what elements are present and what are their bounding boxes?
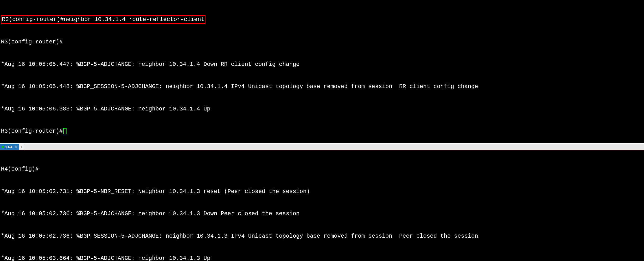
tab-bar-spacer bbox=[24, 144, 644, 150]
tab-bar: 1 R4 ✕ + bbox=[0, 144, 644, 150]
terminal-line: *Aug 16 10:05:05.448: %BGP_SESSION-5-ADJ… bbox=[1, 83, 643, 90]
terminal-pane-r3[interactable]: R3(config-router)#neighbor 10.34.1.4 rou… bbox=[0, 0, 644, 143]
terminal-line: *Aug 16 10:05:02.736: %BGP-5-ADJCHANGE: … bbox=[1, 210, 643, 217]
highlighted-command: R3(config-router)#neighbor 10.34.1.4 rou… bbox=[1, 15, 206, 24]
terminal-line: *Aug 16 10:05:05.447: %BGP-5-ADJCHANGE: … bbox=[1, 61, 643, 68]
terminal-line: *Aug 16 10:05:02.736: %BGP_SESSION-5-ADJ… bbox=[1, 232, 643, 240]
terminal-line: *Aug 16 10:05:03.664: %BGP-5-ADJCHANGE: … bbox=[1, 254, 643, 261]
cursor-icon bbox=[63, 128, 66, 134]
terminal-prompt[interactable]: R3(config-router)# bbox=[1, 127, 643, 135]
tab-r4[interactable]: 1 R4 ✕ bbox=[0, 144, 19, 150]
add-tab-button[interactable]: + bbox=[19, 144, 24, 150]
terminal-line: *Aug 16 10:05:06.383: %BGP-5-ADJCHANGE: … bbox=[1, 105, 643, 113]
status-dot-icon bbox=[2, 146, 4, 148]
terminal-pane-r4[interactable]: R4(config)# *Aug 16 10:05:02.731: %BGP-5… bbox=[0, 150, 644, 261]
close-icon[interactable]: ✕ bbox=[15, 145, 17, 149]
terminal-line: *Aug 16 10:05:02.731: %BGP-5-NBR_RESET: … bbox=[1, 188, 643, 195]
terminal-line: R4(config)# bbox=[1, 165, 643, 173]
tab-label: 1 R4 bbox=[5, 145, 12, 149]
terminal-line: R3(config-router)# bbox=[1, 38, 643, 46]
